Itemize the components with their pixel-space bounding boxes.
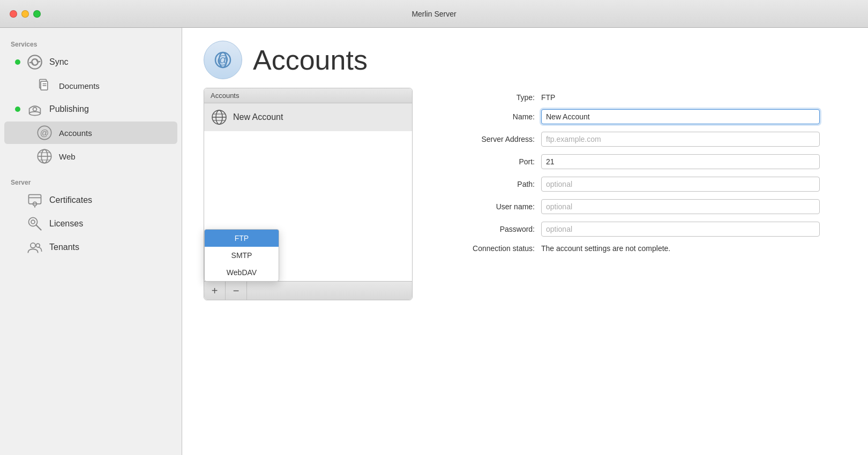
accounts-panel: Accounts New Account bbox=[204, 88, 413, 300]
sidebar-item-publishing[interactable]: Publishing bbox=[4, 98, 177, 120]
licenses-icon bbox=[27, 216, 43, 232]
sidebar-item-tenants[interactable]: Tenants bbox=[4, 236, 177, 259]
svg-point-6 bbox=[33, 108, 37, 111]
path-input[interactable] bbox=[541, 177, 820, 192]
type-label: Type: bbox=[434, 93, 541, 102]
svg-text:@: @ bbox=[40, 128, 49, 138]
sidebar-item-tenants-label: Tenants bbox=[49, 242, 79, 252]
publishing-icon bbox=[27, 101, 43, 117]
port-input[interactable] bbox=[541, 154, 820, 169]
accounts-icon: @ bbox=[36, 125, 53, 141]
dropdown-item-webdav[interactable]: WebDAV bbox=[205, 264, 279, 281]
svg-text:@: @ bbox=[217, 53, 229, 66]
sidebar-item-licenses-label: Licenses bbox=[49, 219, 83, 229]
account-form: Type: FTP Name: Server Address: Port: bbox=[434, 88, 847, 444]
sidebar-item-documents[interactable]: Documents bbox=[4, 74, 177, 97]
server-section-label: Server bbox=[0, 175, 182, 188]
connection-status-value: The account settings are not complete. bbox=[541, 244, 670, 253]
sidebar-item-sync-label: Sync bbox=[49, 57, 69, 67]
accounts-panel-header: Accounts bbox=[204, 88, 412, 103]
form-row-status: Connection status: The account settings … bbox=[434, 244, 847, 253]
sidebar-item-sync[interactable]: Sync bbox=[4, 51, 177, 73]
sidebar-item-certificates[interactable]: Certificates bbox=[4, 189, 177, 211]
account-globe-icon bbox=[211, 109, 228, 126]
type-dropdown-menu: FTP SMTP WebDAV bbox=[204, 229, 279, 282]
dropdown-item-ftp[interactable]: FTP bbox=[205, 230, 279, 247]
add-account-button[interactable]: + bbox=[204, 282, 226, 300]
content-body: Accounts New Account bbox=[182, 88, 868, 455]
sidebar-item-publishing-label: Publishing bbox=[49, 104, 89, 114]
sync-icon bbox=[27, 54, 43, 70]
form-row-password: Password: bbox=[434, 222, 847, 237]
path-label: Path: bbox=[434, 180, 541, 188]
username-label: User name: bbox=[434, 202, 541, 211]
minimize-button[interactable] bbox=[21, 10, 29, 18]
sidebar-item-accounts-label: Accounts bbox=[59, 128, 92, 138]
account-name: New Account bbox=[233, 112, 283, 122]
form-row-type: Type: FTP bbox=[434, 93, 847, 102]
svg-line-19 bbox=[36, 225, 41, 230]
password-input[interactable] bbox=[541, 222, 820, 237]
svg-point-22 bbox=[36, 244, 40, 247]
account-list-item[interactable]: New Account bbox=[204, 103, 412, 131]
tenants-icon bbox=[27, 239, 43, 255]
accounts-header-icon: @ bbox=[204, 41, 242, 79]
sidebar-item-licenses[interactable]: Licenses bbox=[4, 213, 177, 235]
sidebar-item-web[interactable]: Web bbox=[4, 145, 177, 168]
username-input[interactable] bbox=[541, 199, 820, 214]
content-header: @ Accounts bbox=[182, 28, 868, 88]
sidebar-item-web-label: Web bbox=[59, 152, 76, 161]
svg-point-21 bbox=[31, 243, 35, 248]
documents-icon bbox=[36, 78, 53, 94]
dropdown-item-smtp[interactable]: SMTP bbox=[205, 247, 279, 264]
connection-status-label: Connection status: bbox=[434, 244, 541, 253]
svg-point-5 bbox=[29, 112, 41, 116]
form-row-port: Port: bbox=[434, 154, 847, 169]
window-title: Merlin Server bbox=[411, 10, 456, 18]
type-value: FTP bbox=[541, 93, 555, 102]
accounts-toolbar: + − bbox=[204, 281, 412, 300]
port-label: Port: bbox=[434, 157, 541, 166]
server-address-label: Server Address: bbox=[434, 135, 541, 143]
name-input[interactable] bbox=[541, 109, 820, 124]
window-controls bbox=[10, 10, 41, 18]
content-area: @ Accounts Accounts bbox=[182, 28, 868, 455]
publishing-status-dot bbox=[15, 107, 20, 112]
sidebar-item-certificates-label: Certificates bbox=[49, 195, 92, 205]
sidebar: Services Sync bbox=[0, 28, 182, 455]
name-label: Name: bbox=[434, 112, 541, 121]
web-icon bbox=[36, 148, 53, 164]
certificates-icon bbox=[27, 192, 43, 208]
form-row-path: Path: bbox=[434, 177, 847, 192]
page-title: Accounts bbox=[253, 44, 368, 76]
titlebar: Merlin Server bbox=[0, 0, 868, 28]
svg-point-20 bbox=[31, 220, 35, 224]
maximize-button[interactable] bbox=[33, 10, 41, 18]
server-address-input[interactable] bbox=[541, 132, 820, 147]
services-section-label: Services bbox=[0, 36, 182, 50]
form-row-server: Server Address: bbox=[434, 132, 847, 147]
close-button[interactable] bbox=[10, 10, 17, 18]
sync-status-dot bbox=[15, 59, 20, 65]
password-label: Password: bbox=[434, 225, 541, 233]
form-row-username: User name: bbox=[434, 199, 847, 214]
sidebar-item-documents-label: Documents bbox=[59, 81, 100, 90]
form-row-name: Name: bbox=[434, 109, 847, 124]
main-layout: Services Sync bbox=[0, 28, 868, 455]
remove-account-button[interactable]: − bbox=[226, 282, 247, 300]
sidebar-item-accounts[interactable]: @ Accounts bbox=[4, 122, 177, 144]
